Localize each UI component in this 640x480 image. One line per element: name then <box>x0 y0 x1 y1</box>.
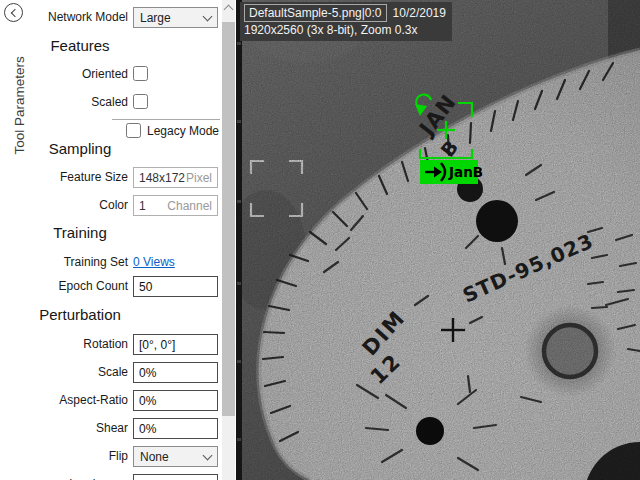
panel-scrollbar[interactable] <box>222 0 235 480</box>
color-unit: Channel <box>167 199 212 213</box>
chevron-down-icon <box>203 11 213 21</box>
color-value: 1 <box>139 199 146 213</box>
image-info-overlay: DefaultSample-5.png|0:0 10/2/2019 1920x2… <box>240 2 452 41</box>
training-set-views-link[interactable]: 0 Views <box>133 255 175 269</box>
flip-dropdown[interactable]: None <box>133 446 218 467</box>
legacy-mode-checkbox[interactable] <box>126 123 141 138</box>
aspect-ratio-row: Aspect-Ratio <box>0 390 222 414</box>
network-model-row: Network Model Large <box>0 7 222 31</box>
sample-image: JAN B STD-95,023 DIM 12 <box>236 0 640 480</box>
network-model-dropdown[interactable]: Large <box>133 7 218 28</box>
scale-input[interactable] <box>133 362 218 383</box>
scroll-up-arrow-icon[interactable] <box>224 5 234 15</box>
panel-rail: Tool Parameters <box>0 0 30 480</box>
shear-input[interactable] <box>133 418 218 439</box>
panel-title-vertical: Tool Parameters <box>12 25 27 155</box>
annotation-tag[interactable]: JanB <box>420 160 483 184</box>
color-row: Color 1 Channel <box>0 195 222 219</box>
feature-size-field: 148x172 Pixel <box>133 167 218 188</box>
flip-row: Flip None <box>0 446 222 470</box>
scale-row: Scale <box>0 362 222 386</box>
image-filename[interactable]: DefaultSample-5.png|0:0 <box>244 4 387 22</box>
film-grain <box>236 0 640 480</box>
divider <box>112 119 220 120</box>
image-date: 10/2/2019 <box>393 5 446 21</box>
feature-size-row: Feature Size 148x172 Pixel <box>0 167 222 191</box>
feature-size-value: 148x172 <box>139 171 185 185</box>
network-model-value: Large <box>140 11 204 25</box>
color-field: 1 Channel <box>133 195 218 216</box>
training-set-row: Training Set 0 Views <box>0 252 222 276</box>
oriented-row: Oriented <box>0 64 222 88</box>
chevron-left-icon <box>11 9 19 17</box>
tag-text: JanB <box>448 164 483 180</box>
image-info-line: 1920x2560 (3x 8-bit), Zoom 0.3x <box>244 22 446 38</box>
scaled-row: Scaled <box>0 92 222 116</box>
legacy-mode-label: Legacy Mode <box>147 124 219 138</box>
feature-size-unit: Pixel <box>186 171 212 185</box>
rotation-input[interactable] <box>133 334 218 355</box>
tool-parameters-panel: Network Model Large Features Oriented Sc… <box>0 0 222 480</box>
app-window: { "sidebar": { "title": "Tool Parameters… <box>0 0 640 480</box>
image-viewer[interactable]: JAN B STD-95,023 DIM 12 <box>236 0 640 480</box>
collapse-panel-button[interactable] <box>4 3 23 22</box>
shear-row: Shear <box>0 418 222 442</box>
aspect-ratio-input[interactable] <box>133 390 218 411</box>
epoch-count-row: Epoch Count <box>0 276 222 300</box>
luminance-input[interactable] <box>133 474 218 480</box>
luminance-row: Luminance <box>0 474 222 480</box>
oriented-checkbox[interactable] <box>133 66 148 81</box>
chevron-down-icon <box>203 450 213 460</box>
flip-value: None <box>140 450 204 464</box>
scrollbar-thumb[interactable] <box>222 22 235 416</box>
rotation-row: Rotation <box>0 334 222 358</box>
epoch-count-input[interactable] <box>133 276 218 297</box>
scaled-checkbox[interactable] <box>133 94 148 109</box>
